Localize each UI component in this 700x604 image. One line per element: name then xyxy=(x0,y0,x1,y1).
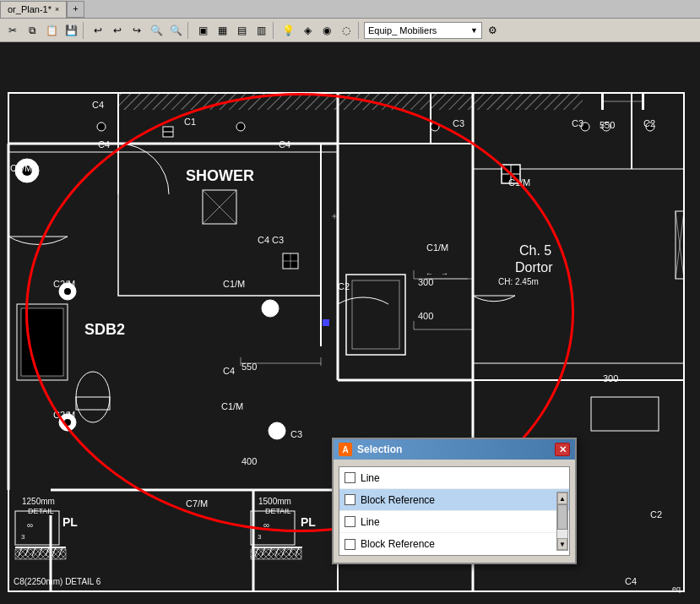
item-label-1: Block Reference xyxy=(361,494,435,506)
app-icon: A xyxy=(339,443,352,456)
pl1-label: PL xyxy=(62,515,78,529)
scrollbar-thumb[interactable] xyxy=(557,504,567,530)
paste-icon[interactable]: 📋 xyxy=(42,21,61,40)
dropdown-arrow-icon: ▼ xyxy=(470,26,478,35)
tab-close-icon[interactable]: × xyxy=(55,5,59,14)
dialog-title-area: A Selection xyxy=(339,443,402,456)
separator-1 xyxy=(83,22,86,39)
c2-label: C2 xyxy=(643,118,655,128)
selection-list: LineBlock ReferenceLineBlock Reference xyxy=(339,466,570,556)
copy-icon[interactable]: ⧉ xyxy=(23,21,41,40)
zoom2-icon[interactable]: 🔍 xyxy=(166,21,185,40)
layer-value: Equip_ Mobiliers xyxy=(368,25,437,35)
dialog-close-button[interactable]: ✕ xyxy=(555,443,570,456)
titlebar: or_Plan-1* × + xyxy=(0,0,700,19)
detail3-label: DETAIL xyxy=(28,507,54,515)
svg-text:3: 3 xyxy=(258,533,262,541)
dialog-title-text: Selection xyxy=(357,443,402,455)
selection-dialog: A Selection ✕ LineBlock ReferenceLineBlo… xyxy=(332,438,577,564)
cad-canvas[interactable]: ∞ 3 ∞ 3 xyxy=(0,42,700,604)
dialog-titlebar: A Selection ✕ xyxy=(334,439,575,460)
redo-icon[interactable]: ↪ xyxy=(128,21,146,40)
array-icon[interactable]: ▦ xyxy=(213,21,231,40)
light-icon[interactable]: 💡 xyxy=(279,21,297,40)
attr-icon[interactable]: ▥ xyxy=(252,21,270,40)
scroll-up-button[interactable]: ▲ xyxy=(557,492,567,504)
tab-label: or_Plan-1* xyxy=(8,4,52,14)
block-icon[interactable]: ▣ xyxy=(193,21,212,40)
item-checkbox-2[interactable] xyxy=(345,516,355,527)
render-icon[interactable]: ◈ xyxy=(298,21,317,40)
svg-text:eq: eq xyxy=(672,585,681,593)
550-2-label: 550 xyxy=(600,120,615,130)
list-item-1[interactable]: Block Reference xyxy=(339,489,569,511)
300-2-label: 300 xyxy=(603,373,618,384)
1250mm-label: 1250mm xyxy=(22,497,55,506)
c3-2-label: C3 xyxy=(572,118,583,128)
document-tab[interactable]: or_Plan-1* × xyxy=(0,1,67,18)
c4-2-label: C4 xyxy=(98,139,110,150)
scrollbar-track[interactable] xyxy=(557,504,567,538)
separator-3 xyxy=(273,22,276,39)
zoom-icon[interactable]: 🔍 xyxy=(147,21,166,40)
undo2-icon[interactable]: ↩ xyxy=(108,21,127,40)
dialog-scrollbar[interactable]: ▲ ▼ xyxy=(556,492,568,551)
scroll-down-button[interactable]: ▼ xyxy=(557,538,567,550)
list-item-3[interactable]: Block Reference xyxy=(339,533,569,555)
undo-icon[interactable]: ↩ xyxy=(89,21,107,40)
dialog-content: LineBlock ReferenceLineBlock Reference ▲… xyxy=(334,460,575,563)
c2-r-label: C2 xyxy=(650,509,662,520)
scene-icon[interactable]: ◉ xyxy=(317,21,336,40)
toolbar: ✂ ⧉ 📋 💾 ↩ ↩ ↪ 🔍 🔍 ▣ ▦ ▤ ▥ 💡 ◈ ◉ ◌ Equip_… xyxy=(0,19,700,42)
c1m-1-label: C1/M xyxy=(10,163,32,173)
item-checkbox-3[interactable] xyxy=(345,539,355,550)
mat-icon[interactable]: ◌ xyxy=(337,21,355,40)
selection-marker xyxy=(323,319,329,326)
c4-1-label: C4 xyxy=(92,100,104,110)
c8-label: C8(2250mm) DETAIL 6 xyxy=(14,577,100,586)
list-item-2[interactable]: Line xyxy=(339,511,569,533)
c4-bot-label: C4 xyxy=(625,576,637,586)
svg-point-81 xyxy=(97,122,106,131)
svg-text:∞: ∞ xyxy=(27,520,33,530)
item-label-3: Block Reference xyxy=(361,538,435,550)
tab-add-button[interactable]: + xyxy=(67,1,84,18)
save-icon[interactable]: 💾 xyxy=(62,21,80,40)
item-label-0: Line xyxy=(361,472,380,484)
list-item-0[interactable]: Line xyxy=(339,467,569,489)
separator-4 xyxy=(358,22,361,39)
array2-icon[interactable]: ▤ xyxy=(232,21,251,40)
extra-icon[interactable]: ⚙ xyxy=(483,21,502,40)
item-label-2: Line xyxy=(361,516,380,528)
item-checkbox-0[interactable] xyxy=(345,472,355,483)
cut-icon[interactable]: ✂ xyxy=(3,21,22,40)
svg-text:3: 3 xyxy=(21,533,25,541)
c3-1-label: C3 xyxy=(453,118,464,128)
separator-2 xyxy=(187,22,191,39)
item-checkbox-1[interactable] xyxy=(345,494,355,505)
layer-dropdown[interactable]: Equip_ Mobiliers ▼ xyxy=(364,22,482,39)
